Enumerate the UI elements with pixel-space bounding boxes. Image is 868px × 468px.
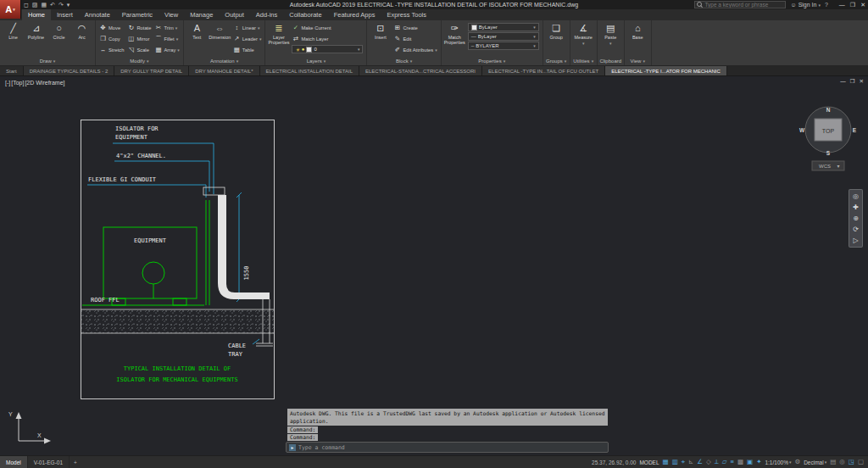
- linetype-dropdown[interactable]: ┄BYLAYER▾: [468, 42, 539, 50]
- layer-dropdown[interactable]: ☀ ● 0 ▾: [292, 45, 363, 53]
- callout-channel[interactable]: 4"x2" CHANNEL.: [116, 153, 166, 159]
- doc-close-icon[interactable]: ✕: [860, 78, 864, 85]
- create-block-tool[interactable]: ⊞Create: [393, 22, 437, 33]
- channel-elbow[interactable]: [218, 195, 270, 299]
- pan-icon[interactable]: ✚: [853, 203, 859, 211]
- units-dropdown[interactable]: Decimal▾: [804, 460, 826, 465]
- view-panel-label[interactable]: View▾: [625, 57, 651, 65]
- callout-isolator-line2[interactable]: EQUIPMENT: [115, 134, 148, 141]
- roof-slab-hatch[interactable]: [81, 309, 274, 333]
- workspace-gear-icon[interactable]: ⚙: [794, 456, 800, 468]
- file-tab-electrical-accessories[interactable]: ELECTRICAL-STANDA...CTRICAL ACCESSORI: [359, 66, 482, 75]
- callout-isolator-line1[interactable]: ISOLATOR FOR: [115, 125, 159, 132]
- object-snap-toggle-icon[interactable]: ▱: [722, 456, 727, 468]
- tab-manage[interactable]: Manage: [184, 9, 219, 20]
- dimension-1550[interactable]: [236, 192, 242, 302]
- tab-insert[interactable]: Insert: [51, 9, 79, 20]
- isometric-drafting-toggle-icon[interactable]: ◇: [706, 456, 711, 468]
- roof-ffl-label[interactable]: ROOF FFL: [91, 297, 120, 304]
- arc-tool[interactable]: ◠Arc: [72, 22, 92, 40]
- file-tab-fcu-outlet[interactable]: ELECTRICAL -TYPE IN...TAIL OF FCU OUTLET: [482, 66, 605, 75]
- ortho-mode-toggle-icon[interactable]: ⊾: [688, 456, 693, 468]
- help-search-box[interactable]: [694, 1, 786, 8]
- help-icon[interactable]: ?: [825, 2, 828, 8]
- mirror-tool[interactable]: ◫Mirror: [127, 33, 151, 44]
- clean-screen-toggle-icon[interactable]: ▢: [858, 456, 864, 468]
- callout-conduit[interactable]: FLEXIBLE GI CONDUIT: [88, 176, 157, 183]
- save-file-icon[interactable]: ▦: [41, 2, 47, 8]
- model-space-canvas[interactable]: ISOLATOR FOR EQUIPMENT 4"x2" CHANNEL. FL…: [0, 76, 868, 455]
- tab-express-tools[interactable]: Express Tools: [381, 9, 432, 20]
- draw-panel-label[interactable]: Draw▾: [0, 57, 95, 65]
- properties-panel-label[interactable]: Properties▾: [442, 57, 542, 65]
- undo-icon[interactable]: ↶: [50, 2, 55, 8]
- modify-panel-label[interactable]: Modify▾: [96, 57, 183, 65]
- make-current-tool[interactable]: ✓Make Current: [292, 22, 363, 33]
- drawing-title-line1[interactable]: TYPICAL INSTALLATION DETAIL OF: [124, 365, 231, 372]
- tab-add-ins[interactable]: Add-ins: [250, 9, 283, 20]
- drawing-title-line2[interactable]: ISOLATOR FOR MECHANICAL EQUIPMENTS: [116, 376, 237, 383]
- command-input[interactable]: [298, 444, 605, 451]
- orbit-icon[interactable]: ⟳: [853, 226, 859, 233]
- annotation-visibility-toggle-icon[interactable]: ✦: [756, 456, 761, 468]
- paste-tool[interactable]: ▤Paste▾: [601, 22, 620, 46]
- minimize-icon[interactable]: —: [839, 2, 845, 8]
- polar-tracking-toggle-icon[interactable]: ∠: [697, 456, 703, 468]
- leader-tool[interactable]: ↗Leader▾: [233, 33, 262, 44]
- table-tool[interactable]: ▦Table: [233, 44, 262, 55]
- dynamic-input-toggle-icon[interactable]: ⌖: [682, 456, 685, 468]
- polyline-tool[interactable]: ⊿Polyline: [26, 22, 46, 40]
- quick-properties-toggle-icon[interactable]: ▤: [830, 456, 836, 468]
- array-tool[interactable]: ▦Array▾: [154, 44, 179, 55]
- scale-tool[interactable]: ◹Scale: [127, 44, 151, 55]
- transparency-toggle-icon[interactable]: ▩: [737, 456, 743, 468]
- measure-tool[interactable]: ∡Measure▾: [574, 22, 593, 46]
- copy-tool[interactable]: ❐Copy: [99, 33, 124, 44]
- tab-featured-apps[interactable]: Featured Apps: [328, 9, 381, 20]
- stretch-tool[interactable]: ↔Stretch: [99, 44, 124, 55]
- insert-block-tool[interactable]: ⊡Insert: [370, 22, 390, 40]
- open-file-icon[interactable]: ▨: [32, 2, 38, 8]
- application-menu-button[interactable]: A▾: [0, 0, 21, 19]
- showmotion-icon[interactable]: ▷: [853, 237, 858, 244]
- tab-parametric[interactable]: Parametric: [116, 9, 159, 20]
- groups-panel-label[interactable]: Groups▾: [543, 57, 570, 65]
- annotation-scale-dropdown[interactable]: 1:1/100%▾: [765, 460, 791, 465]
- file-tab-drainage[interactable]: DRAINAGE TYPICAL DETAILS - 2: [24, 66, 115, 75]
- equipment-geometry[interactable]: [82, 200, 209, 305]
- graphics-performance-toggle-icon[interactable]: ◳: [849, 456, 854, 468]
- viewport-view-control[interactable]: [Top]: [11, 80, 24, 86]
- tab-annotate[interactable]: Annotate: [79, 9, 116, 20]
- edit-block-tool[interactable]: ✎Edit: [393, 33, 437, 44]
- model-tab[interactable]: Model: [0, 456, 28, 468]
- restore-icon[interactable]: ❐: [850, 2, 855, 8]
- fillet-tool[interactable]: ⌒Fillet▾: [154, 33, 179, 44]
- equipment-label[interactable]: EQUIPMENT: [134, 237, 167, 244]
- new-layout-button[interactable]: +: [70, 460, 81, 465]
- linear-tool[interactable]: ↕Linear▾: [233, 22, 262, 33]
- rotate-tool[interactable]: ↻Rotate: [127, 22, 151, 33]
- file-tab-isolator-mechanic[interactable]: ELECTRICAL -TYPE I...ATOR FOR MECHANIC: [605, 66, 727, 75]
- utilities-panel-label[interactable]: Utilities▾: [570, 57, 597, 65]
- circle-tool[interactable]: ○Circle: [49, 22, 69, 40]
- annotation-panel-label[interactable]: Annotation▾: [184, 57, 265, 65]
- trim-tool[interactable]: ✂Trim▾: [154, 22, 179, 33]
- full-navigation-wheel-icon[interactable]: ◎: [853, 192, 859, 200]
- file-tab-dry-gully[interactable]: DRY GULLY TRAP DETAIL: [114, 66, 189, 75]
- redo-icon[interactable]: ↷: [58, 2, 64, 8]
- match-layer-tool[interactable]: ⇄Match Layer: [292, 33, 363, 44]
- compass-west[interactable]: W: [799, 127, 805, 133]
- dimension-value[interactable]: 1550: [243, 266, 250, 281]
- zoom-icon[interactable]: ⊕: [853, 214, 859, 222]
- doc-restore-icon[interactable]: ❐: [850, 78, 855, 85]
- move-tool[interactable]: ✥Move: [99, 22, 124, 33]
- tab-collaborate[interactable]: Collaborate: [283, 9, 327, 20]
- layout-tab[interactable]: V-01-EG-01: [28, 456, 70, 468]
- block-panel-label[interactable]: Block▾: [367, 57, 440, 65]
- group-tool[interactable]: ❏Group: [547, 22, 566, 40]
- cable-tray-label-line1[interactable]: CABLE: [228, 343, 246, 349]
- tab-view[interactable]: View: [159, 9, 184, 20]
- compass-north[interactable]: N: [826, 107, 831, 113]
- model-space-toggle[interactable]: MODEL: [639, 460, 659, 465]
- command-input-bar[interactable]: ▸: [286, 442, 609, 453]
